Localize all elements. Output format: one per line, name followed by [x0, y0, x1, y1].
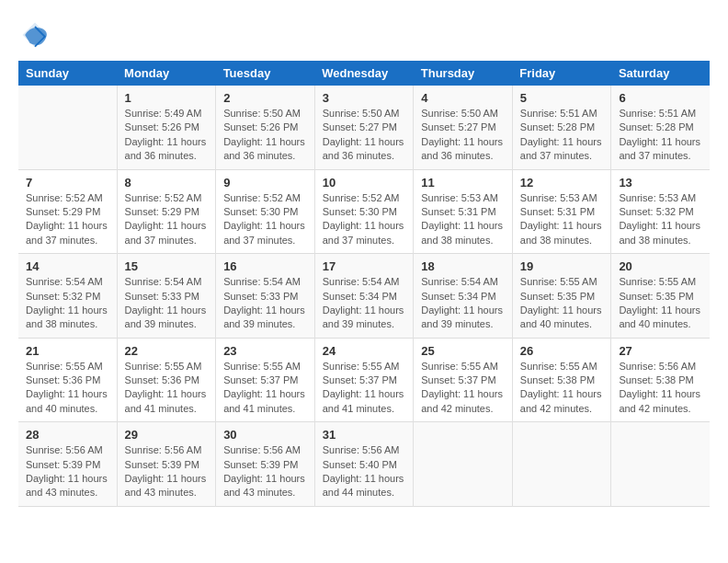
calendar-cell: 28Sunrise: 5:56 AM Sunset: 5:39 PM Dayli… — [18, 422, 117, 507]
day-number: 25 — [421, 344, 505, 358]
day-number: 9 — [223, 176, 307, 190]
day-number: 16 — [223, 259, 307, 273]
calendar-cell: 5Sunrise: 5:51 AM Sunset: 5:28 PM Daylig… — [512, 86, 611, 169]
calendar-cell: 26Sunrise: 5:55 AM Sunset: 5:38 PM Dayli… — [512, 338, 611, 422]
day-number: 26 — [520, 344, 604, 358]
day-number: 12 — [520, 176, 604, 190]
day-info: Sunrise: 5:53 AM Sunset: 5:32 PM Dayligh… — [619, 191, 702, 248]
day-info: Sunrise: 5:56 AM Sunset: 5:39 PM Dayligh… — [125, 443, 209, 500]
day-info: Sunrise: 5:53 AM Sunset: 5:31 PM Dayligh… — [520, 191, 604, 248]
day-info: Sunrise: 5:55 AM Sunset: 5:38 PM Dayligh… — [520, 360, 604, 417]
calendar-cell: 19Sunrise: 5:55 AM Sunset: 5:35 PM Dayli… — [512, 254, 611, 339]
day-info: Sunrise: 5:53 AM Sunset: 5:31 PM Dayligh… — [421, 191, 505, 248]
calendar-cell: 31Sunrise: 5:56 AM Sunset: 5:40 PM Dayli… — [314, 422, 414, 507]
day-header-saturday: Saturday — [611, 61, 710, 86]
day-header-wednesday: Wednesday — [314, 61, 414, 86]
calendar-cell: 27Sunrise: 5:56 AM Sunset: 5:38 PM Dayli… — [611, 338, 710, 422]
day-info: Sunrise: 5:55 AM Sunset: 5:36 PM Dayligh… — [125, 360, 209, 417]
day-number: 5 — [520, 91, 604, 105]
calendar-cell — [18, 86, 117, 169]
calendar-cell — [414, 422, 513, 507]
calendar-cell: 12Sunrise: 5:53 AM Sunset: 5:31 PM Dayli… — [512, 169, 611, 254]
day-header-tuesday: Tuesday — [216, 61, 315, 86]
day-number: 24 — [323, 344, 406, 358]
day-info: Sunrise: 5:55 AM Sunset: 5:37 PM Dayligh… — [421, 360, 505, 417]
day-number: 14 — [26, 259, 109, 273]
day-info: Sunrise: 5:55 AM Sunset: 5:37 PM Dayligh… — [223, 360, 307, 417]
day-number: 28 — [26, 428, 109, 442]
day-info: Sunrise: 5:55 AM Sunset: 5:37 PM Dayligh… — [323, 360, 406, 417]
calendar-cell: 9Sunrise: 5:52 AM Sunset: 5:30 PM Daylig… — [216, 169, 315, 254]
calendar-cell: 17Sunrise: 5:54 AM Sunset: 5:34 PM Dayli… — [314, 254, 414, 339]
calendar-cell: 8Sunrise: 5:52 AM Sunset: 5:29 PM Daylig… — [117, 169, 216, 254]
calendar-cell: 20Sunrise: 5:55 AM Sunset: 5:35 PM Dayli… — [611, 254, 710, 339]
day-info: Sunrise: 5:56 AM Sunset: 5:39 PM Dayligh… — [223, 443, 307, 500]
day-info: Sunrise: 5:52 AM Sunset: 5:30 PM Dayligh… — [223, 191, 307, 248]
calendar-cell: 22Sunrise: 5:55 AM Sunset: 5:36 PM Dayli… — [117, 338, 216, 422]
day-info: Sunrise: 5:56 AM Sunset: 5:39 PM Dayligh… — [26, 443, 109, 500]
day-number: 22 — [125, 344, 209, 358]
day-number: 15 — [125, 259, 209, 273]
calendar-cell: 16Sunrise: 5:54 AM Sunset: 5:33 PM Dayli… — [216, 254, 315, 339]
day-number: 20 — [619, 259, 702, 273]
day-info: Sunrise: 5:49 AM Sunset: 5:26 PM Dayligh… — [125, 107, 209, 164]
day-number: 29 — [125, 428, 209, 442]
day-info: Sunrise: 5:52 AM Sunset: 5:30 PM Dayligh… — [323, 191, 406, 248]
day-header-sunday: Sunday — [18, 61, 117, 86]
calendar-cell: 14Sunrise: 5:54 AM Sunset: 5:32 PM Dayli… — [18, 254, 117, 339]
day-info: Sunrise: 5:51 AM Sunset: 5:28 PM Dayligh… — [619, 107, 702, 164]
calendar-cell: 3Sunrise: 5:50 AM Sunset: 5:27 PM Daylig… — [314, 86, 414, 169]
day-number: 3 — [323, 91, 406, 105]
day-number: 31 — [323, 428, 406, 442]
day-number: 21 — [26, 344, 109, 358]
day-info: Sunrise: 5:56 AM Sunset: 5:38 PM Dayligh… — [619, 360, 702, 417]
day-number: 7 — [26, 176, 109, 190]
calendar-cell: 6Sunrise: 5:51 AM Sunset: 5:28 PM Daylig… — [611, 86, 710, 169]
calendar-cell: 11Sunrise: 5:53 AM Sunset: 5:31 PM Dayli… — [414, 169, 513, 254]
days-header-row: SundayMondayTuesdayWednesdayThursdayFrid… — [18, 61, 710, 86]
day-number: 23 — [223, 344, 307, 358]
day-info: Sunrise: 5:51 AM Sunset: 5:28 PM Dayligh… — [520, 107, 604, 164]
calendar-cell: 2Sunrise: 5:50 AM Sunset: 5:26 PM Daylig… — [216, 86, 315, 169]
calendar-cell: 7Sunrise: 5:52 AM Sunset: 5:29 PM Daylig… — [18, 169, 117, 254]
calendar-cell: 25Sunrise: 5:55 AM Sunset: 5:37 PM Dayli… — [414, 338, 513, 422]
day-number: 1 — [125, 91, 209, 105]
day-info: Sunrise: 5:55 AM Sunset: 5:35 PM Dayligh… — [520, 275, 604, 332]
day-info: Sunrise: 5:50 AM Sunset: 5:27 PM Dayligh… — [323, 107, 406, 164]
week-row-3: 14Sunrise: 5:54 AM Sunset: 5:32 PM Dayli… — [18, 254, 710, 339]
day-info: Sunrise: 5:52 AM Sunset: 5:29 PM Dayligh… — [26, 191, 109, 248]
day-number: 2 — [223, 91, 307, 105]
day-info: Sunrise: 5:54 AM Sunset: 5:33 PM Dayligh… — [223, 275, 307, 332]
day-number: 11 — [421, 176, 505, 190]
day-number: 18 — [421, 259, 505, 273]
day-info: Sunrise: 5:55 AM Sunset: 5:36 PM Dayligh… — [26, 360, 109, 417]
calendar-cell — [512, 422, 611, 507]
calendar-cell: 29Sunrise: 5:56 AM Sunset: 5:39 PM Dayli… — [117, 422, 216, 507]
logo-icon — [18, 18, 51, 52]
day-header-thursday: Thursday — [414, 61, 513, 86]
calendar-table: SundayMondayTuesdayWednesdayThursdayFrid… — [18, 61, 710, 507]
page-header — [18, 18, 710, 52]
day-info: Sunrise: 5:54 AM Sunset: 5:33 PM Dayligh… — [125, 275, 209, 332]
day-number: 10 — [323, 176, 406, 190]
day-number: 4 — [421, 91, 505, 105]
day-info: Sunrise: 5:55 AM Sunset: 5:35 PM Dayligh… — [619, 275, 702, 332]
day-info: Sunrise: 5:54 AM Sunset: 5:32 PM Dayligh… — [26, 275, 109, 332]
calendar-cell: 4Sunrise: 5:50 AM Sunset: 5:27 PM Daylig… — [414, 86, 513, 169]
day-header-monday: Monday — [117, 61, 216, 86]
logo — [18, 18, 55, 52]
calendar-cell: 18Sunrise: 5:54 AM Sunset: 5:34 PM Dayli… — [414, 254, 513, 339]
day-info: Sunrise: 5:56 AM Sunset: 5:40 PM Dayligh… — [323, 443, 406, 500]
calendar-cell: 21Sunrise: 5:55 AM Sunset: 5:36 PM Dayli… — [18, 338, 117, 422]
week-row-1: 1Sunrise: 5:49 AM Sunset: 5:26 PM Daylig… — [18, 86, 710, 169]
calendar-cell: 13Sunrise: 5:53 AM Sunset: 5:32 PM Dayli… — [611, 169, 710, 254]
day-info: Sunrise: 5:54 AM Sunset: 5:34 PM Dayligh… — [323, 275, 406, 332]
calendar-cell: 24Sunrise: 5:55 AM Sunset: 5:37 PM Dayli… — [314, 338, 414, 422]
day-number: 27 — [619, 344, 702, 358]
day-header-friday: Friday — [512, 61, 611, 86]
week-row-5: 28Sunrise: 5:56 AM Sunset: 5:39 PM Dayli… — [18, 422, 710, 507]
calendar-cell: 1Sunrise: 5:49 AM Sunset: 5:26 PM Daylig… — [117, 86, 216, 169]
calendar-cell: 23Sunrise: 5:55 AM Sunset: 5:37 PM Dayli… — [216, 338, 315, 422]
week-row-2: 7Sunrise: 5:52 AM Sunset: 5:29 PM Daylig… — [18, 169, 710, 254]
calendar-cell: 30Sunrise: 5:56 AM Sunset: 5:39 PM Dayli… — [216, 422, 315, 507]
